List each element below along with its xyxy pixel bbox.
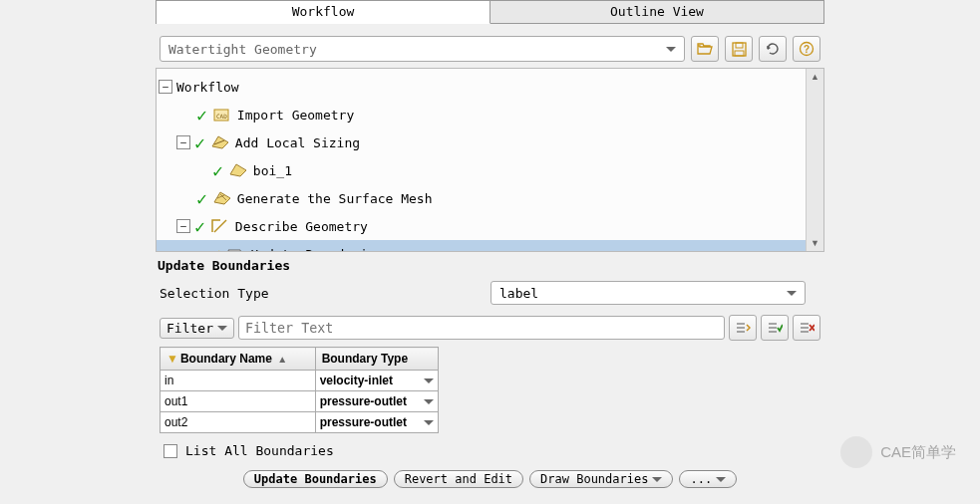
collapse-icon[interactable]: − — [159, 80, 172, 94]
tree-item-local-sizing[interactable]: − ✓ Add Local Sizing — [157, 128, 806, 156]
tree-root[interactable]: − Workflow — [157, 73, 806, 101]
save-button[interactable] — [725, 36, 753, 62]
selection-type-row: Selection Type label — [156, 275, 824, 311]
svg-text:?: ? — [804, 44, 810, 55]
watermark: CAE简单学 — [840, 436, 956, 468]
revert-edit-button[interactable]: Revert and Edit — [394, 470, 523, 488]
save-icon — [732, 42, 747, 57]
sort-icon: ▲ — [277, 354, 287, 365]
lightning-icon: ⚡ — [212, 246, 220, 251]
chevron-down-icon — [424, 378, 434, 383]
check-icon: ✓ — [194, 216, 205, 237]
svg-rect-1 — [736, 43, 743, 48]
more-actions-button[interactable]: ... — [679, 470, 737, 488]
tree-item-update-boundaries[interactable]: ⚡ Update Boundaries — [157, 240, 806, 251]
chevron-down-icon — [652, 477, 662, 482]
list-all-row: List All Boundaries — [156, 435, 824, 466]
funnel-icon: ▼ — [166, 352, 178, 366]
boundary-type-cell[interactable]: velocity-inlet — [315, 371, 438, 391]
col-boundary-name[interactable]: ▼Boundary Name ▲ — [161, 348, 316, 371]
check-icon: ✓ — [194, 132, 205, 153]
help-icon: ? — [799, 41, 815, 57]
list-clear-icon — [799, 321, 815, 335]
boundary-name-cell: in — [161, 371, 316, 391]
boundary-name-cell: out2 — [161, 412, 316, 433]
top-tabs: Workflow Outline View — [156, 0, 824, 24]
wechat-icon — [840, 436, 872, 468]
refresh-button[interactable] — [759, 36, 787, 62]
tree-item-label: Add Local Sizing — [235, 135, 360, 150]
chevron-down-icon — [716, 477, 726, 482]
chevron-down-icon — [424, 420, 434, 425]
sizing-icon — [209, 133, 231, 151]
tree-item-label: Import Geometry — [237, 108, 354, 123]
folder-open-icon — [697, 42, 713, 56]
refresh-icon — [765, 42, 781, 56]
check-list-button[interactable] — [761, 315, 789, 341]
chevron-down-icon — [666, 47, 676, 52]
tree-scrollbar[interactable]: ▲ ▼ — [806, 69, 823, 251]
geometry-icon: CAD — [211, 106, 233, 124]
collapse-icon[interactable]: − — [176, 219, 190, 233]
col-boundary-type[interactable]: Boundary Type — [315, 348, 438, 371]
chevron-down-icon — [217, 326, 227, 331]
boundary-table-wrap: ▼Boundary Name ▲ Boundary Type in veloci… — [156, 345, 824, 435]
selection-type-label: Selection Type — [160, 286, 479, 301]
boundary-name-cell: out1 — [161, 391, 316, 412]
tree-item-label: Generate the Surface Mesh — [237, 191, 433, 206]
action-buttons: Update Boundaries Revert and Edit Draw B… — [156, 466, 824, 490]
update-boundaries-button[interactable]: Update Boundaries — [243, 470, 388, 488]
draw-boundaries-button[interactable]: Draw Boundaries — [529, 470, 673, 488]
tree-item-label: Update Boundaries — [250, 247, 383, 252]
collapse-icon[interactable]: − — [176, 135, 190, 149]
list-arrow-icon — [735, 321, 751, 335]
check-icon: ✓ — [196, 188, 207, 209]
tab-outline-view[interactable]: Outline View — [490, 0, 824, 24]
list-all-checkbox[interactable] — [163, 444, 177, 458]
clear-list-button[interactable] — [793, 315, 820, 341]
workflow-type-select[interactable]: Watertight Geometry — [160, 36, 685, 62]
mesh-icon — [211, 189, 233, 207]
selection-type-value: label — [499, 286, 538, 301]
filter-label: Filter — [166, 321, 213, 336]
workflow-tree-panel: − Workflow ✓ CAD Import Geometry − ✓ Add… — [156, 68, 824, 252]
filter-button[interactable]: Filter — [160, 318, 234, 339]
tree-item-boi1[interactable]: ✓ boi_1 — [157, 156, 806, 184]
watermark-text: CAE简单学 — [880, 443, 956, 462]
boundary-type-cell[interactable]: pressure-outlet — [315, 391, 438, 412]
table-row[interactable]: in velocity-inlet — [161, 371, 439, 391]
boi-icon — [227, 161, 249, 179]
filter-text-input[interactable] — [238, 316, 725, 340]
workflow-type-value: Watertight Geometry — [168, 42, 317, 57]
filter-row: Filter — [156, 311, 824, 345]
tree-root-label: Workflow — [176, 80, 239, 95]
chevron-down-icon — [787, 291, 797, 296]
boundary-table: ▼Boundary Name ▲ Boundary Type in veloci… — [160, 347, 439, 433]
boundaries-icon — [224, 245, 246, 251]
scroll-up-icon: ▲ — [807, 69, 823, 85]
table-row[interactable]: out1 pressure-outlet — [161, 391, 439, 412]
scroll-down-icon: ▼ — [807, 235, 823, 251]
boundary-type-cell[interactable]: pressure-outlet — [315, 412, 438, 433]
tree-item-label: boi_1 — [253, 163, 292, 178]
svg-text:CAD: CAD — [216, 113, 227, 120]
chevron-down-icon — [424, 399, 434, 404]
help-button[interactable]: ? — [793, 36, 820, 62]
check-icon: ✓ — [212, 160, 223, 181]
check-icon: ✓ — [196, 105, 207, 126]
tree-item-import-geometry[interactable]: ✓ CAD Import Geometry — [157, 101, 806, 128]
tree-item-describe-geometry[interactable]: − ✓ Describe Geometry — [157, 212, 806, 240]
list-check-icon — [767, 321, 783, 335]
workflow-toolbar: Watertight Geometry ? — [156, 24, 824, 68]
open-folder-button[interactable] — [691, 36, 719, 62]
tab-workflow[interactable]: Workflow — [157, 0, 490, 24]
describe-icon — [209, 217, 231, 235]
list-all-label: List All Boundaries — [185, 443, 334, 458]
select-all-button[interactable] — [729, 315, 757, 341]
table-row[interactable]: out2 pressure-outlet — [161, 412, 439, 433]
tree-item-surface-mesh[interactable]: ✓ Generate the Surface Mesh — [157, 184, 806, 212]
selection-type-select[interactable]: label — [490, 281, 806, 305]
svg-rect-2 — [735, 51, 744, 56]
tree-item-label: Describe Geometry — [235, 219, 368, 234]
section-title: Update Boundaries — [156, 252, 824, 275]
